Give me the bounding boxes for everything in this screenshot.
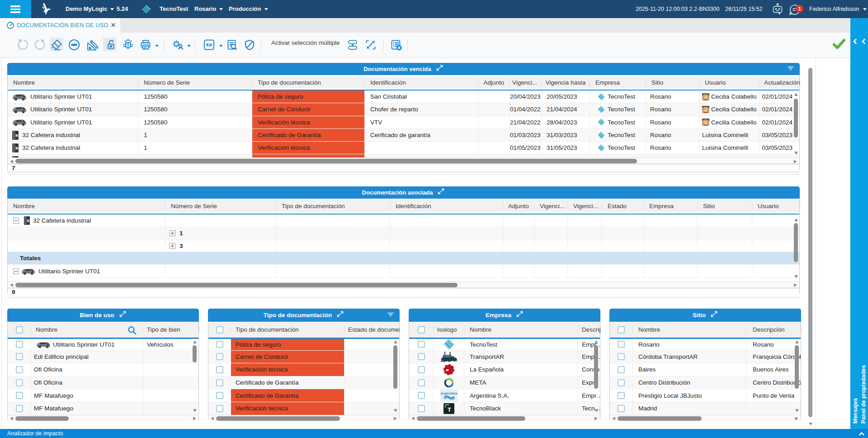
svg-text:Argentina: Argentina — [440, 391, 458, 395]
svg-text:T: T — [448, 406, 451, 413]
